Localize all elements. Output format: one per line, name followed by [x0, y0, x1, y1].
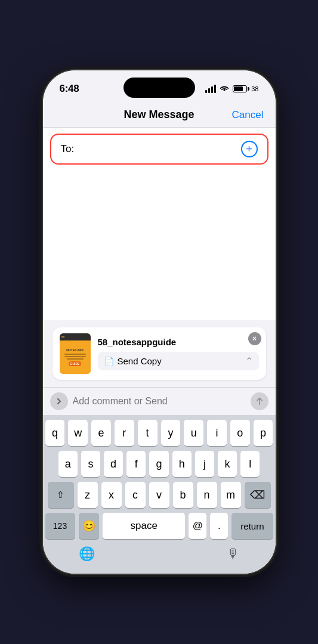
keyboard-row-1: q w e r t y u i o p	[45, 420, 273, 446]
shift-key[interactable]: ⇧	[48, 482, 74, 508]
key-d[interactable]: d	[104, 451, 123, 477]
key-x[interactable]: x	[101, 482, 122, 508]
key-t[interactable]: t	[138, 420, 158, 446]
to-field-container[interactable]: To: +	[50, 134, 268, 165]
content-area: To: + NOTES APP	[43, 128, 276, 415]
message-area	[43, 171, 276, 320]
attachment-name: 58_notesappguide	[98, 337, 259, 347]
attachment-close-button[interactable]: ×	[248, 332, 261, 345]
key-e[interactable]: e	[91, 420, 111, 446]
key-w[interactable]: w	[68, 420, 88, 446]
key-j[interactable]: j	[195, 451, 214, 477]
send-copy-button[interactable]: 📄 Send Copy ⌃	[98, 352, 259, 370]
keyboard-row-2: a s d f g h j k l	[45, 451, 273, 477]
phone-frame: 6:48	[43, 70, 276, 574]
space-key[interactable]: space	[103, 513, 185, 539]
key-f[interactable]: f	[126, 451, 146, 477]
battery-level: 38	[251, 85, 258, 92]
cancel-button[interactable]: Cancel	[232, 109, 264, 121]
send-copy-chevron-icon: ⌃	[245, 355, 253, 367]
nav-bar: New Message Cancel	[43, 103, 276, 128]
key-g[interactable]: g	[149, 451, 168, 477]
keyboard-row-3: ⇧ z x c v b n m ⌫	[45, 482, 273, 508]
microphone-icon[interactable]: 🎙	[227, 546, 240, 562]
key-c[interactable]: c	[125, 482, 146, 508]
status-icons: 38	[205, 84, 258, 94]
key-k[interactable]: k	[218, 451, 237, 477]
globe-icon[interactable]: 🌐	[79, 546, 95, 562]
status-time: 6:48	[60, 83, 79, 95]
bottom-bar: 🌐 🎙	[43, 541, 276, 574]
key-z[interactable]: z	[78, 482, 98, 508]
at-key[interactable]: @	[189, 513, 206, 539]
compose-bar	[43, 387, 276, 415]
battery-icon: 38	[233, 85, 258, 92]
period-key[interactable]: .	[210, 513, 228, 539]
key-l[interactable]: l	[240, 451, 260, 477]
document-icon: 📄	[104, 357, 114, 366]
compose-expand-button[interactable]	[50, 392, 68, 410]
key-i[interactable]: i	[207, 420, 227, 446]
key-y[interactable]: y	[161, 420, 181, 446]
key-q[interactable]: q	[45, 420, 65, 446]
dynamic-island	[124, 78, 195, 98]
key-p[interactable]: p	[254, 420, 273, 446]
nav-title: New Message	[124, 109, 194, 121]
key-a[interactable]: a	[58, 451, 78, 477]
to-input[interactable]	[78, 143, 240, 155]
attachment-thumbnail: NOTES APP GUIDE	[60, 333, 91, 374]
send-copy-label: 📄 Send Copy	[104, 356, 162, 366]
signal-icon	[205, 85, 216, 93]
key-o[interactable]: o	[230, 420, 250, 446]
key-r[interactable]: r	[115, 420, 134, 446]
key-n[interactable]: n	[197, 482, 217, 508]
key-s[interactable]: s	[81, 451, 100, 477]
attachment-card: NOTES APP GUIDE 58_notesappguide 📄	[53, 327, 266, 380]
key-m[interactable]: m	[221, 482, 241, 508]
key-v[interactable]: v	[149, 482, 169, 508]
delete-key[interactable]: ⌫	[245, 482, 271, 508]
emoji-key[interactable]: 😊	[79, 513, 100, 539]
to-label: To:	[61, 143, 75, 155]
send-button[interactable]	[251, 392, 268, 410]
return-key[interactable]: return	[231, 513, 273, 539]
attachment-area: NOTES APP GUIDE 58_notesappguide 📄	[43, 320, 276, 387]
compose-input[interactable]	[73, 396, 246, 407]
key-b[interactable]: b	[173, 482, 193, 508]
numbers-key[interactable]: 123	[45, 513, 75, 539]
attachment-info: 58_notesappguide 📄 Send Copy ⌃	[98, 337, 259, 370]
key-h[interactable]: h	[172, 451, 192, 477]
keyboard: q w e r t y u i o p a s d f	[43, 415, 276, 574]
keyboard-row-bottom: 123 😊 space @ . return	[45, 513, 273, 539]
add-recipient-button[interactable]: +	[241, 141, 258, 157]
screen: 6:48	[43, 70, 276, 574]
key-u[interactable]: u	[184, 420, 203, 446]
wifi-icon	[220, 84, 229, 94]
keyboard-rows: q w e r t y u i o p a s d f	[43, 415, 276, 541]
